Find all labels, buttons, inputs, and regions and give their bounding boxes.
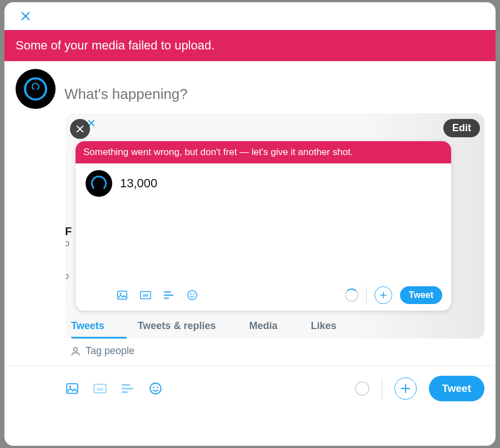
edit-media-button[interactable]: Edit bbox=[443, 119, 480, 137]
bg-tabs: Tweets Tweets & replies Media Likes bbox=[66, 320, 484, 332]
add-tweet-button[interactable] bbox=[394, 377, 417, 400]
upload-spinner-icon bbox=[345, 288, 358, 302]
gif-button[interactable]: GIF bbox=[92, 381, 108, 396]
svg-point-6 bbox=[193, 293, 194, 295]
bg-text: Jo bbox=[66, 268, 69, 285]
tag-people-button[interactable]: Tag people bbox=[70, 345, 134, 357]
image-icon bbox=[116, 289, 128, 301]
close-icon bbox=[19, 10, 32, 22]
svg-rect-8 bbox=[67, 384, 78, 393]
compose-modal: Some of your media failed to upload. ✕ e… bbox=[4, 2, 496, 446]
bg-text: oo bbox=[66, 236, 69, 252]
media-attachment: ✕ eF oo C Jo F Tweets Tweets & replies M… bbox=[66, 113, 484, 339]
svg-point-13 bbox=[153, 386, 154, 388]
svg-point-12 bbox=[150, 383, 161, 394]
tag-people-label: Tag people bbox=[86, 345, 134, 357]
inner-tweet-text: 13,000 bbox=[120, 176, 157, 191]
bg-tab: Media bbox=[249, 320, 277, 332]
compose-area bbox=[4, 61, 496, 109]
close-button[interactable] bbox=[16, 6, 36, 26]
upload-error-banner: Some of your media failed to upload. bbox=[4, 30, 496, 61]
image-icon bbox=[65, 381, 79, 396]
divider bbox=[382, 379, 382, 399]
inner-tweet-button[interactable]: Tweet bbox=[400, 286, 442, 304]
bg-tab: Tweets bbox=[71, 320, 104, 332]
inner-avatar bbox=[86, 170, 112, 197]
svg-point-14 bbox=[157, 386, 158, 388]
emoji-button[interactable] bbox=[184, 287, 200, 303]
person-icon bbox=[70, 346, 81, 357]
plus-icon bbox=[378, 290, 388, 300]
plus-icon bbox=[399, 382, 412, 395]
poll-icon bbox=[163, 289, 175, 301]
close-icon bbox=[75, 124, 85, 134]
poll-icon bbox=[121, 381, 135, 396]
nested-compose-screenshot: Something went wrong, but don't fret — l… bbox=[76, 141, 451, 311]
bg-tab-underline bbox=[71, 337, 127, 339]
tweet-button[interactable]: Tweet bbox=[429, 376, 484, 401]
gif-icon: GIF bbox=[139, 289, 152, 301]
compose-toolbar: GIF Tweet bbox=[4, 366, 496, 405]
svg-point-9 bbox=[69, 385, 71, 387]
poll-button[interactable] bbox=[161, 287, 177, 303]
svg-rect-0 bbox=[118, 291, 127, 300]
bg-tab: Likes bbox=[311, 320, 336, 332]
svg-text:GIF: GIF bbox=[97, 386, 104, 391]
remove-media-button[interactable] bbox=[70, 119, 90, 139]
divider bbox=[366, 287, 367, 303]
gif-button[interactable]: GIF bbox=[138, 287, 153, 303]
image-button[interactable] bbox=[64, 381, 80, 396]
add-tweet-button[interactable] bbox=[374, 286, 392, 304]
avatar bbox=[16, 69, 56, 109]
emoji-icon bbox=[148, 381, 163, 396]
svg-text:GIF: GIF bbox=[143, 293, 149, 297]
svg-point-7 bbox=[74, 347, 78, 351]
svg-point-4 bbox=[188, 291, 197, 300]
gif-icon: GIF bbox=[93, 381, 107, 396]
emoji-button[interactable] bbox=[148, 381, 163, 396]
modal-header bbox=[4, 2, 496, 30]
tweet-text-input[interactable] bbox=[64, 69, 484, 109]
svg-point-5 bbox=[190, 293, 191, 295]
inner-error-banner: Something went wrong, but don't fret — l… bbox=[76, 141, 451, 163]
svg-point-1 bbox=[119, 293, 121, 295]
person-silhouette-icon bbox=[91, 176, 107, 191]
poll-button[interactable] bbox=[120, 381, 136, 396]
person-silhouette-icon bbox=[24, 77, 47, 101]
inner-compose-area: 13,000 bbox=[76, 163, 451, 203]
inner-toolbar: GIF Tweet bbox=[76, 280, 451, 311]
emoji-icon bbox=[186, 289, 198, 301]
character-count-circle bbox=[355, 381, 369, 396]
bg-tab: Tweets & replies bbox=[138, 320, 216, 332]
image-button[interactable] bbox=[114, 287, 130, 303]
